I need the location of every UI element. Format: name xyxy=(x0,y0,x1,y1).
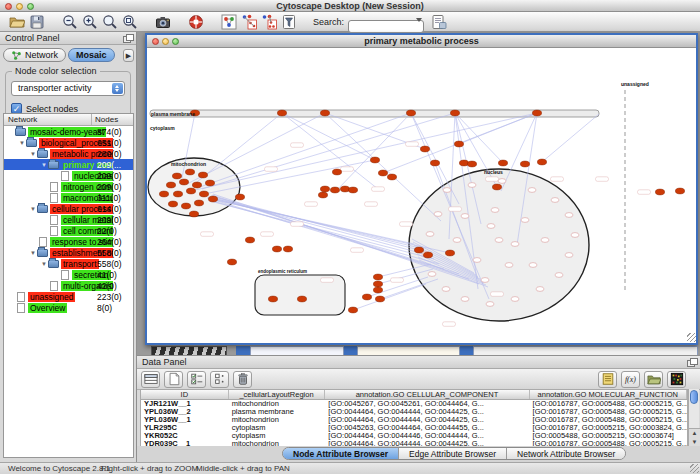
network-node[interactable] xyxy=(283,246,292,252)
network-node[interactable] xyxy=(406,110,415,116)
column-header-nodes[interactable]: Nodes xyxy=(92,114,133,125)
network-node[interactable] xyxy=(423,252,432,258)
table-row[interactable]: YPL036W__2plasma membrane[GO:0044464, GO… xyxy=(141,408,687,416)
network-node[interactable] xyxy=(520,161,529,167)
network-tree-row[interactable]: unassigned223(0) xyxy=(4,291,133,302)
network-node[interactable] xyxy=(373,274,382,280)
network-node[interactable] xyxy=(450,110,459,116)
new-attribute-icon[interactable] xyxy=(164,371,183,388)
table-row[interactable]: YPL036W__1mitochondrion[GO:0044464, GO:0… xyxy=(141,416,687,424)
snapshot-icon[interactable] xyxy=(154,13,172,30)
app-resize-grip[interactable] xyxy=(690,464,699,473)
column-header[interactable]: _cellularLayoutRegion xyxy=(229,390,326,399)
network-node[interactable] xyxy=(420,146,429,152)
network-node-outline[interactable] xyxy=(571,233,579,238)
network-node[interactable] xyxy=(373,281,382,287)
network-tree-row[interactable]: mosaic-demo-yeast874(0) xyxy=(4,126,133,137)
network-node[interactable] xyxy=(370,157,379,163)
import-attributes-icon[interactable] xyxy=(644,371,663,388)
network-node[interactable] xyxy=(272,246,281,252)
network-node[interactable] xyxy=(330,187,339,193)
function-builder-icon[interactable]: f(x) xyxy=(621,371,640,388)
zoom-out-icon[interactable] xyxy=(61,13,79,30)
zoom-in-icon[interactable] xyxy=(81,13,99,30)
network-node[interactable] xyxy=(245,237,254,243)
network-node[interactable] xyxy=(166,182,175,188)
network-node[interactable] xyxy=(320,186,329,192)
unselect-attributes-icon[interactable] xyxy=(210,371,229,388)
table-row[interactable]: YLR295Ccytoplasm[GO:0045263, GO:0044464,… xyxy=(141,424,687,432)
table-row[interactable]: YJR121W__1mitochondrion[GO:0045267, GO:0… xyxy=(141,400,687,408)
network-node[interactable] xyxy=(378,170,387,176)
network-node[interactable] xyxy=(199,191,208,197)
table-row[interactable]: YKR052Ccytoplasm[GO:0044464, GO:0044446,… xyxy=(141,432,687,440)
network-tree-row[interactable]: multi-organism pro42(0) xyxy=(4,280,133,291)
tree-expand-icon[interactable]: ▼ xyxy=(40,162,48,168)
attribute-grid-icon[interactable] xyxy=(141,371,160,388)
network-node-outline[interactable] xyxy=(491,208,499,213)
network-node[interactable] xyxy=(532,110,541,116)
network-node[interactable] xyxy=(168,201,177,207)
network-node-outline[interactable] xyxy=(521,218,529,223)
network-tree-row[interactable]: ▼biological_process651(0) xyxy=(4,137,133,148)
table-scrollbar[interactable]: ▲▼ xyxy=(688,389,699,446)
search-input[interactable] xyxy=(348,20,424,33)
zoom-selected-icon[interactable] xyxy=(121,13,139,30)
network-node[interactable] xyxy=(205,180,214,186)
network-node[interactable] xyxy=(492,184,501,190)
network-tree-row[interactable]: nitrogen compo209(0) xyxy=(4,181,133,192)
network-node-outline[interactable] xyxy=(434,212,442,217)
network-node[interactable] xyxy=(373,287,382,293)
network-edge[interactable] xyxy=(459,113,537,144)
network-node-outline[interactable] xyxy=(529,263,537,268)
network-node[interactable] xyxy=(467,161,476,167)
network-node-outline[interactable] xyxy=(511,297,519,302)
network-tree-row[interactable]: cellular metabol209(0) xyxy=(4,214,133,225)
network-node-outline[interactable] xyxy=(461,214,469,219)
attribute-editor-icon[interactable] xyxy=(598,371,617,388)
network-edge[interactable] xyxy=(210,201,434,259)
filter-icon[interactable] xyxy=(280,13,298,30)
network-node-outline[interactable] xyxy=(442,287,450,292)
network-node-outline[interactable] xyxy=(426,232,434,237)
dropdown-stepper-icon[interactable] xyxy=(112,83,123,94)
annotation-layout-icon[interactable] xyxy=(260,13,278,30)
network-node[interactable] xyxy=(179,179,188,185)
save-icon[interactable] xyxy=(28,13,46,30)
network-node[interactable] xyxy=(235,194,244,200)
network-node-outline[interactable] xyxy=(511,242,519,247)
tab-mosaic[interactable]: Mosaic xyxy=(68,48,115,62)
network-node[interactable] xyxy=(332,169,341,175)
select-attributes-icon[interactable] xyxy=(187,371,206,388)
tab-network-attribute-browser[interactable]: Network Attribute Browser xyxy=(507,448,625,459)
network-node[interactable] xyxy=(186,188,195,194)
scrollbar-arrows[interactable]: ▲▼ xyxy=(689,428,700,446)
network-node[interactable] xyxy=(208,196,217,202)
network-node[interactable] xyxy=(194,200,203,206)
node-color-dropdown[interactable]: transporter activity xyxy=(11,81,125,96)
network-node-outline[interactable] xyxy=(551,198,559,203)
network-node-outline[interactable] xyxy=(453,238,461,243)
network-node[interactable] xyxy=(454,141,463,147)
window-resize-grip[interactable] xyxy=(687,333,696,342)
network-node[interactable] xyxy=(445,250,454,256)
network-tree-row[interactable]: ▼cellular process614(0) xyxy=(4,203,133,214)
network-tree-row[interactable]: response to stimulu264(0) xyxy=(4,236,133,247)
network-node[interactable] xyxy=(198,172,207,178)
matrix-icon[interactable] xyxy=(667,371,686,388)
delete-attribute-icon[interactable] xyxy=(233,371,252,388)
network-node[interactable] xyxy=(498,160,507,166)
network-node-outline[interactable] xyxy=(528,188,536,193)
network-node[interactable] xyxy=(459,160,468,166)
network-edge[interactable] xyxy=(542,114,599,162)
network-node[interactable] xyxy=(655,189,664,195)
column-header[interactable]: ID xyxy=(141,390,229,399)
enhanced-search-icon[interactable] xyxy=(430,13,448,30)
network-tree-row[interactable]: secretion41(0) xyxy=(4,269,133,280)
annotation-transfer-icon[interactable] xyxy=(240,13,258,30)
network-node-outline[interactable] xyxy=(428,272,436,277)
column-header[interactable]: annotation.GO CELLULAR_COMPONENT xyxy=(325,390,529,399)
network-node-outline[interactable] xyxy=(565,213,573,218)
network-node[interactable] xyxy=(277,110,286,116)
network-node[interactable] xyxy=(414,247,423,253)
